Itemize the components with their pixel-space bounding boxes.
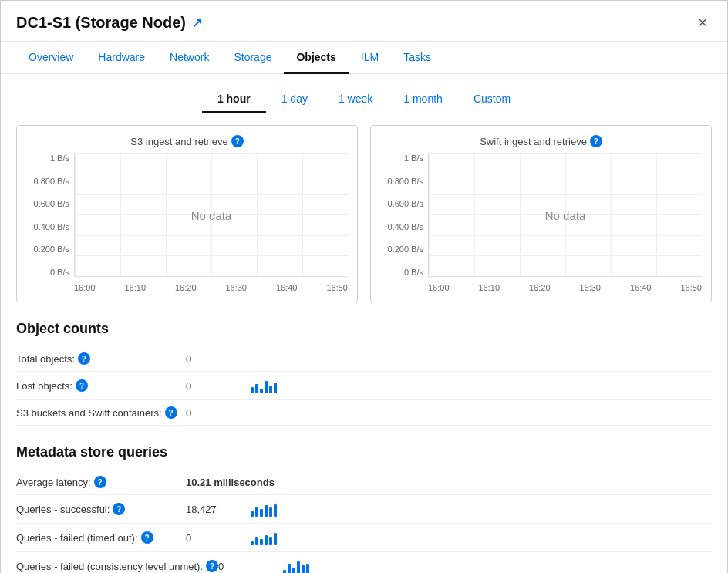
stat-value: 0 <box>186 353 248 365</box>
time-tabs: 1 hour1 day1 week1 monthCustom <box>16 86 712 113</box>
modal-container: DC1-S1 (Storage Node) ↗ × OverviewHardwa… <box>0 0 728 573</box>
metadata-label-text: Queries - successful: <box>16 504 110 515</box>
mini-bar <box>260 539 263 545</box>
mini-bar <box>251 541 254 545</box>
time-tab-1-week[interactable]: 1 week <box>323 86 388 113</box>
charts-row: S3 ingest and retrieve ?1 B/s0.800 B/s0.… <box>16 125 712 302</box>
metadata-label: Queries - failed (timed out): ? <box>16 531 186 544</box>
y-label: 0.200 B/s <box>34 244 69 254</box>
object-counts-section: Object counts Total objects: ?0Lost obje… <box>16 321 712 426</box>
stat-help-icon[interactable]: ? <box>78 352 90 365</box>
metadata-label: Average latency: ? <box>16 476 186 488</box>
y-label: 0 B/s <box>50 268 69 277</box>
chart-help-icon-1[interactable]: ? <box>590 135 602 147</box>
stat-label: Lost objects: ? <box>16 379 186 392</box>
y-axis-1: 1 B/s0.800 B/s0.600 B/s0.400 B/s0.200 B/… <box>380 153 428 292</box>
mini-bar <box>251 387 254 393</box>
mini-bar <box>302 565 305 573</box>
nav-tab-network[interactable]: Network <box>157 42 221 74</box>
chart-grid-1: No data <box>428 153 702 277</box>
nav-tab-hardware[interactable]: Hardware <box>86 42 157 74</box>
x-label: 16:10 <box>478 283 500 292</box>
mini-bar <box>265 535 268 545</box>
mini-chart <box>251 530 277 545</box>
chart-title-text-0: S3 ingest and retrieve <box>130 136 228 147</box>
time-tab-1-hour[interactable]: 1 hour <box>202 86 266 113</box>
y-label: 1 B/s <box>404 153 423 163</box>
mini-bar <box>260 509 263 517</box>
mini-bar <box>269 386 272 393</box>
metadata-row: Queries - failed (timed out): ?0 <box>16 524 712 552</box>
stat-help-icon[interactable]: ? <box>76 379 88 392</box>
mini-bar <box>251 511 254 517</box>
stat-label-text: S3 buckets and Swift containers: <box>16 407 162 419</box>
metadata-label-text: Average latency: <box>16 477 91 488</box>
metadata-help-icon[interactable]: ? <box>94 476 106 488</box>
x-label: 16:00 <box>74 283 96 292</box>
mini-chart <box>251 378 277 393</box>
x-label: 16:00 <box>428 283 450 292</box>
nav-tab-overview[interactable]: Overview <box>16 42 86 74</box>
metadata-queries-section: Metadata store queries Average latency: … <box>16 444 712 573</box>
metadata-label: Queries - successful: ? <box>16 503 186 515</box>
stat-help-icon[interactable]: ? <box>165 406 177 419</box>
metadata-label-text: Queries - failed (timed out): <box>16 532 138 544</box>
mini-bar <box>269 537 272 545</box>
x-label: 16:10 <box>124 283 146 292</box>
nav-tab-objects[interactable]: Objects <box>284 42 348 74</box>
mini-bar <box>265 505 268 517</box>
mini-bar <box>255 507 258 517</box>
chart-box-0: S3 ingest and retrieve ?1 B/s0.800 B/s0.… <box>16 125 358 302</box>
time-tab-1-day[interactable]: 1 day <box>266 86 323 113</box>
metadata-help-icon[interactable]: ? <box>206 560 218 572</box>
chart-inner-0: No data16:0016:1016:2016:3016:4016:50 <box>74 153 348 292</box>
title-text: DC1-S1 (Storage Node) <box>16 14 186 32</box>
no-data-label-0: No data <box>191 208 232 221</box>
mini-bar <box>265 381 268 393</box>
time-tab-custom[interactable]: Custom <box>458 86 526 113</box>
stat-value: 0 <box>186 380 248 392</box>
y-label: 0.800 B/s <box>388 177 423 186</box>
x-label: 16:50 <box>680 283 702 292</box>
mini-bar <box>274 504 277 517</box>
x-label: 16:30 <box>225 283 247 292</box>
modal-title: DC1-S1 (Storage Node) ↗ <box>16 14 202 32</box>
y-label: 0.400 B/s <box>34 222 69 231</box>
chart-title-0: S3 ingest and retrieve ? <box>26 135 348 147</box>
nav-tab-tasks[interactable]: Tasks <box>391 42 443 74</box>
nav-tabs: OverviewHardwareNetworkStorageObjectsILM… <box>1 42 727 74</box>
time-tab-1-month[interactable]: 1 month <box>388 86 458 113</box>
metadata-value: 0 <box>186 532 248 544</box>
y-label: 0.200 B/s <box>388 244 423 254</box>
metadata-queries-title: Metadata store queries <box>16 444 712 460</box>
stat-value: 0 <box>186 407 248 419</box>
mini-bar <box>288 564 291 573</box>
metadata-row: Average latency: ?10.21 milliseconds <box>16 470 712 495</box>
stat-label-text: Total objects: <box>16 353 75 365</box>
mini-bar <box>306 564 309 573</box>
x-label: 16:40 <box>630 283 652 292</box>
chart-inner-1: No data16:0016:1016:2016:3016:4016:50 <box>428 153 702 292</box>
external-link-icon[interactable]: ↗ <box>192 15 202 30</box>
mini-bar <box>274 383 277 393</box>
x-label: 16:20 <box>175 283 197 292</box>
chart-help-icon-0[interactable]: ? <box>231 135 244 147</box>
y-label: 0.800 B/s <box>34 177 69 186</box>
metadata-value: 18,427 <box>186 504 248 515</box>
mini-bar <box>260 389 263 393</box>
y-axis-0: 1 B/s0.800 B/s0.600 B/s0.400 B/s0.200 B/… <box>26 153 74 292</box>
no-data-label-1: No data <box>545 208 586 221</box>
metadata-help-icon[interactable]: ? <box>141 531 153 544</box>
chart-area-0: 1 B/s0.800 B/s0.600 B/s0.400 B/s0.200 B/… <box>26 153 348 292</box>
mini-bar <box>283 570 286 573</box>
chart-title-text-1: Swift ingest and retrieve <box>480 136 587 147</box>
nav-tab-storage[interactable]: Storage <box>221 42 284 74</box>
stat-label: S3 buckets and Swift containers: ? <box>16 406 186 419</box>
object-counts-title: Object counts <box>16 321 712 337</box>
x-label: 16:50 <box>326 283 348 292</box>
chart-area-1: 1 B/s0.800 B/s0.600 B/s0.400 B/s0.200 B/… <box>380 153 702 292</box>
metadata-label-text: Queries - failed (consistency level unme… <box>16 561 203 572</box>
metadata-help-icon[interactable]: ? <box>113 503 125 515</box>
nav-tab-ilm[interactable]: ILM <box>349 42 391 74</box>
close-button[interactable]: × <box>693 13 712 32</box>
